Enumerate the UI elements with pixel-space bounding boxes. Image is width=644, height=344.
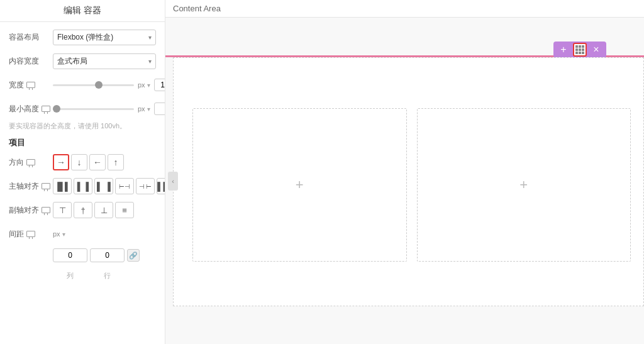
grid-dot [579,48,581,51]
cross-align-btn-1[interactable]: ⊤ [53,202,72,218]
cross-align-buttons: ⊤ † ⊥ ≡ [53,202,156,218]
main-align-btn-5[interactable]: ⊣ ⊢ [136,178,155,194]
column-cell-1[interactable]: + [192,108,407,262]
col-label: 列 [53,271,87,280]
container-layout-control: Flexbox (弹性盒) ▾ [53,30,156,45]
cross-align-btn-2[interactable]: † [74,202,92,218]
width-slider[interactable] [53,84,134,86]
grid-dot [579,45,581,48]
close-section-button[interactable]: × [589,43,603,57]
row-label: 行 [90,271,125,280]
width-input[interactable] [154,79,165,91]
main-align-buttons: ▐▌▌ ▌▐ ▌ ▐ ⊢⊣ ⊣ ⊢ ▌▌▐ [53,178,165,194]
grid-dot [582,48,584,51]
content-width-label: 内容宽度 [9,56,53,67]
container-layout-row: 容器布局 Flexbox (弹性盒) ▾ [9,28,156,46]
grid-button[interactable] [573,43,587,57]
grid-dot [575,48,578,51]
min-height-unit: px ▾ [138,105,150,113]
columns-wrapper: + + [192,108,631,262]
add-content-icon-2: + [519,177,528,193]
grid-dot [582,52,584,54]
items-section-title: 项目 [9,137,156,148]
monitor-icon [26,159,35,165]
main-align-row: 主轴对齐 ▐▌▌ ▌▐ ▌ ▐ ⊢⊣ ⊣ ⊢ ▌▌▐ [9,177,156,195]
cross-align-btn-3[interactable]: ⊥ [94,202,113,218]
container-layout-label: 容器布局 [9,32,53,43]
direction-right-button[interactable]: → [53,154,69,170]
min-height-input[interactable] [154,103,165,115]
content-width-control: 盒式布局 ▾ [53,53,156,69]
cross-align-btn-4[interactable]: ≡ [115,202,134,218]
cross-align-row: 副轴对齐 ⊤ † ⊥ ≡ [9,201,156,219]
grid-dot [579,52,581,54]
gap-col-input[interactable] [53,248,87,262]
direction-down-button[interactable]: ↓ [71,154,87,170]
monitor-icon [42,106,50,112]
monitor-icon [42,207,50,213]
chevron-down-icon: ▾ [148,58,152,65]
gap-row: 间距 px ▾ [9,225,156,243]
gap-labels-row: 列 行 [9,267,156,284]
column-cell-2[interactable]: + [417,108,631,262]
monitor-icon [42,183,50,189]
gap-unit: px ▾ [53,230,65,238]
main-align-btn-1[interactable]: ▐▌▌ [53,178,72,194]
content-width-row: 内容宽度 盒式布局 ▾ [9,52,156,70]
main-align-btn-3[interactable]: ▌ ▐ [94,178,113,194]
main-align-label: 主轴对齐 [9,181,53,192]
direction-buttons: → ↓ ← ↑ [53,154,156,170]
min-height-hint: 要实现容器的全高度，请使用 100vh。 [9,121,156,131]
add-content-icon-1: + [296,177,304,193]
chevron-down-icon: ▾ [148,34,152,41]
panel-title: 编辑 容器 [0,0,165,22]
width-row: 宽度 px ▾ [9,76,156,94]
content-width-select[interactable]: 盒式布局 ▾ [53,53,156,69]
add-section-button[interactable]: + [557,43,570,57]
grid-dot [575,45,578,48]
monitor-icon [26,231,35,237]
gap-row-input[interactable] [90,248,125,262]
main-align-btn-4[interactable]: ⊢⊣ [115,178,134,194]
direction-label: 方向 [9,157,53,168]
main-align-btn-6[interactable]: ▌▌▐ [157,178,165,194]
cross-align-label: 副轴对齐 [9,205,53,216]
left-panel: 编辑 容器 容器布局 Flexbox (弹性盒) ▾ 内容宽度 盒式布局 ▾ [0,0,165,344]
width-slider-container: px ▾ [53,79,165,91]
min-height-label: 最小高度 [9,104,53,114]
collapse-panel-button[interactable]: ‹ [168,172,178,191]
width-label: 宽度 [9,80,53,91]
canvas-area: + × + [165,18,644,344]
gap-inputs-row: 🔗 [9,247,156,264]
content-area-header: Content Area [165,0,644,18]
section-toolbar: + × [553,42,606,58]
container-layout-select[interactable]: Flexbox (弹性盒) ▾ [53,30,156,45]
min-height-slider[interactable] [53,108,134,110]
monitor-icon [26,82,35,88]
width-unit: px ▾ [138,81,150,89]
min-height-slider-container: px ▾ [53,103,165,115]
main-align-btn-2[interactable]: ▌▐ [74,178,92,194]
direction-up-button[interactable]: ↑ [108,154,124,170]
container-outline: + + [173,57,644,306]
link-gap-button[interactable]: 🔗 [127,249,140,262]
right-panel: Content Area + × [165,0,644,344]
gap-label: 间距 [9,229,53,240]
grid-dot [575,52,578,54]
grid-icon [575,45,584,54]
gap-control: px ▾ [53,230,156,238]
width-control: px ▾ [53,79,165,91]
min-height-control: px ▾ [53,103,165,115]
direction-row: 方向 → ↓ ← ↑ [9,153,156,171]
grid-dot [582,45,584,48]
min-height-row: 最小高度 px ▾ [9,100,156,118]
direction-left-button[interactable]: ← [89,154,106,170]
